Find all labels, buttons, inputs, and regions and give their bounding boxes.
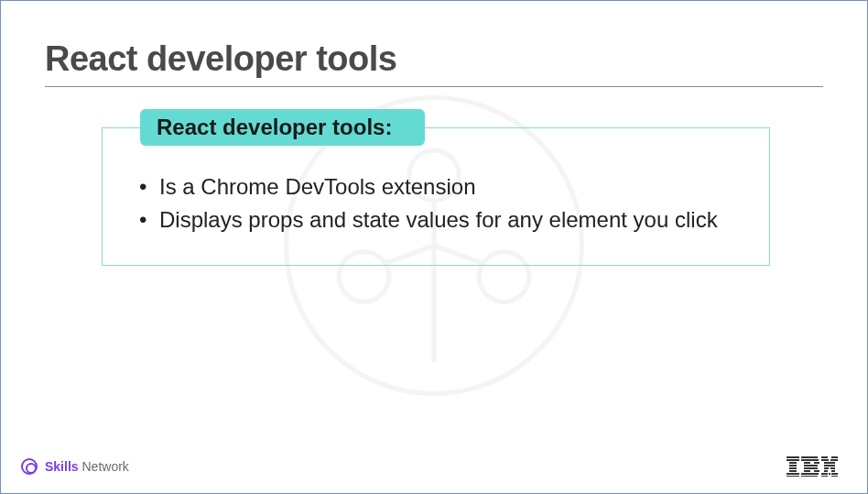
svg-rect-26: [821, 456, 828, 458]
slide-title: React developer tools: [45, 39, 823, 87]
svg-rect-20: [804, 465, 818, 467]
svg-rect-22: [804, 470, 810, 472]
svg-rect-38: [831, 473, 838, 475]
svg-rect-35: [824, 470, 828, 472]
svg-rect-32: [824, 465, 835, 467]
svg-rect-23: [814, 470, 819, 472]
skills-network-brand: Skills Network: [21, 458, 129, 475]
info-box: Is a Chrome DevTools extension Displays …: [102, 127, 770, 266]
skills-rest: Network: [79, 459, 129, 474]
svg-rect-31: [830, 462, 835, 464]
svg-rect-13: [789, 470, 797, 472]
bullet-list: Is a Chrome DevTools extension Displays …: [136, 172, 743, 236]
svg-rect-21: [804, 467, 818, 469]
list-item: Is a Chrome DevTools extension: [136, 172, 743, 202]
svg-rect-29: [830, 459, 838, 461]
info-box-wrap: React developer tools: Is a Chrome DevTo…: [102, 127, 770, 266]
svg-rect-39: [821, 476, 828, 477]
svg-rect-41: [829, 473, 830, 475]
svg-rect-12: [789, 467, 797, 469]
svg-rect-28: [821, 459, 829, 461]
svg-rect-14: [787, 473, 799, 475]
slide-content: React developer tools React developer to…: [1, 1, 867, 266]
svg-rect-34: [830, 467, 835, 469]
svg-rect-9: [787, 459, 799, 461]
svg-rect-27: [831, 456, 838, 458]
svg-rect-11: [789, 465, 797, 467]
svg-rect-18: [804, 462, 810, 464]
svg-rect-40: [831, 476, 838, 477]
skills-network-text: Skills Network: [45, 459, 129, 474]
svg-rect-24: [801, 473, 819, 475]
svg-rect-15: [787, 476, 799, 477]
svg-rect-36: [831, 470, 835, 472]
svg-rect-19: [814, 462, 819, 464]
svg-rect-37: [821, 473, 828, 475]
skills-network-icon: [21, 458, 38, 475]
ibm-logo: [787, 456, 838, 477]
svg-rect-10: [789, 462, 797, 464]
svg-rect-16: [801, 456, 818, 458]
svg-rect-17: [801, 459, 819, 461]
svg-rect-25: [801, 476, 818, 477]
svg-rect-8: [787, 456, 799, 458]
footer: Skills Network: [1, 456, 867, 477]
list-item: Displays props and state values for any …: [136, 205, 743, 235]
slide: React developer tools React developer to…: [0, 0, 868, 494]
info-box-label: React developer tools:: [140, 109, 425, 146]
skills-bold: Skills: [45, 459, 79, 474]
svg-rect-30: [824, 462, 830, 464]
svg-rect-33: [824, 467, 829, 469]
